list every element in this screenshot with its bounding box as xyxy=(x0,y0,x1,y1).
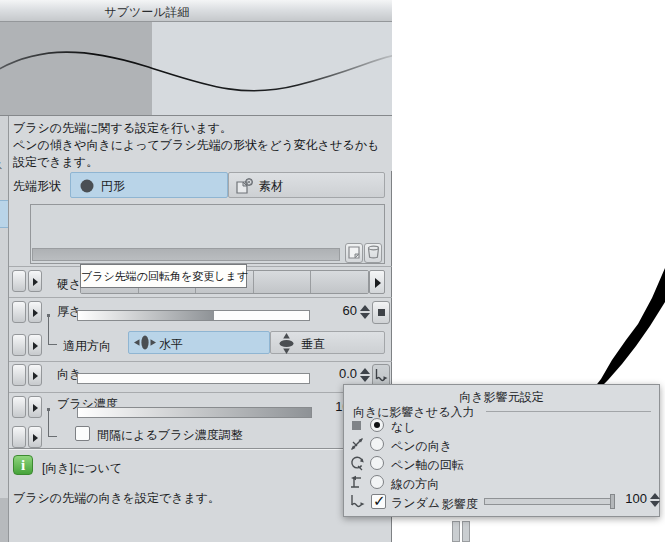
apply-direction-expand-button[interactable] xyxy=(28,334,42,356)
description-text: ブラシの先端に関する設定を行います。 ペンの傾きや向きによってブラシ先端の形状を… xyxy=(13,120,387,171)
hardness-expand-button[interactable] xyxy=(28,270,42,292)
tip-shape-material-label: 素材 xyxy=(259,178,283,195)
pen-rotation-icon xyxy=(349,455,365,471)
chevron-right-icon xyxy=(33,404,38,412)
influence-slider[interactable] xyxy=(484,498,614,505)
apply-direction-indicator-button[interactable] xyxy=(12,334,26,356)
window-fragment-bar xyxy=(462,521,470,542)
density-spacing-label: 間隔によるブラシ濃度調整 xyxy=(97,427,243,444)
thickness-slider[interactable] xyxy=(77,310,310,321)
thickness-value: 60 xyxy=(307,303,357,318)
hardness-segment[interactable] xyxy=(254,271,312,293)
chevron-right-icon xyxy=(33,278,38,286)
tip-shape-material-button[interactable]: 素材 xyxy=(228,172,385,198)
divider xyxy=(9,297,392,298)
down-arrow-icon xyxy=(650,501,660,507)
thickness-expand-button[interactable] xyxy=(28,301,42,323)
dialog-titlebar[interactable]: サブツール詳細 xyxy=(0,0,392,22)
tip-shape-label: 先端形状 xyxy=(13,178,61,195)
material-list-scrollbar[interactable] xyxy=(32,248,340,261)
divider xyxy=(9,361,392,362)
down-arrow-icon xyxy=(360,313,370,319)
description-bar: ブラシの先端に関する設定を行います。 ペンの傾きや向きによってブラシ先端の形状を… xyxy=(9,116,392,171)
apply-direction-horizontal-button[interactable]: 水平 xyxy=(128,331,270,354)
window-fragment-bar xyxy=(452,521,460,542)
direction-stepper[interactable] xyxy=(359,366,370,384)
popup-option-random-label: ランダム xyxy=(391,495,440,512)
apply-direction-horizontal-label: 水平 xyxy=(159,336,183,353)
add-material-button[interactable] xyxy=(345,243,363,263)
apply-direction-label: 適用方向 xyxy=(63,338,111,355)
pen-direction-icon xyxy=(349,436,365,452)
chevron-right-icon xyxy=(33,309,38,317)
hardness-next-button[interactable] xyxy=(369,270,385,294)
tooltip: ブラシ先端の回転角を変更します xyxy=(80,264,247,288)
up-arrow-icon xyxy=(360,368,370,374)
density-spacing-indicator-button[interactable] xyxy=(12,426,26,448)
tip-shape-circle-button[interactable]: 円形 xyxy=(70,172,228,198)
thickness-influence-button[interactable] xyxy=(372,301,390,324)
hardness-indicator-button[interactable] xyxy=(12,270,26,292)
density-slider-fill xyxy=(78,408,311,417)
down-arrow-icon xyxy=(360,376,370,382)
none-square-icon xyxy=(352,421,361,430)
direction-influence-popup: 向き影響元設定 向きに影響させる入力 なし ペンの向き ペン軸の回転 xyxy=(343,384,660,517)
divider xyxy=(9,392,392,393)
info-icon: i xyxy=(13,455,33,475)
horizontal-stretch-icon xyxy=(134,335,156,350)
material-icon xyxy=(235,177,255,195)
random-icon xyxy=(374,368,388,383)
chevron-right-icon xyxy=(33,434,38,442)
info-body: ブラシの先端の向きを設定できます。 xyxy=(13,490,220,507)
canvas-brush-stroke xyxy=(560,240,665,400)
popup-option-none-radio[interactable] xyxy=(370,418,384,432)
density-expand-button[interactable] xyxy=(28,396,42,418)
direction-slider[interactable] xyxy=(77,373,310,384)
density-indicator-button[interactable] xyxy=(12,396,26,418)
new-page-icon xyxy=(348,246,360,259)
popup-option-pen-direction-label: ペンの向き xyxy=(391,438,452,455)
description-line2: ペンの傾きや向きによってブラシ先端の形状をどう変化させるかも設定できます。 xyxy=(13,138,379,169)
dialog-title: サブツール詳細 xyxy=(55,4,239,21)
up-arrow-icon xyxy=(650,493,660,499)
chevron-right-icon xyxy=(375,278,381,288)
popup-option-pen-direction-radio[interactable] xyxy=(370,437,384,451)
influence-stepper[interactable] xyxy=(649,491,660,509)
tree-line xyxy=(48,344,57,345)
description-line1: ブラシの先端に関する設定を行います。 xyxy=(13,121,232,135)
tip-shape-circle-label: 円形 xyxy=(101,178,125,195)
hardness-segment[interactable] xyxy=(311,271,368,293)
popup-option-line-direction-label: 線の方向 xyxy=(391,476,439,493)
circle-icon xyxy=(80,179,94,193)
influence-label: 影響度 xyxy=(442,496,478,513)
popup-option-random-checkbox[interactable]: ✓ xyxy=(371,494,386,509)
preview-curve xyxy=(0,22,392,116)
apply-direction-vertical-label: 垂直 xyxy=(301,336,325,353)
window-fragment xyxy=(452,521,472,542)
trash-icon xyxy=(367,245,380,259)
direction-expand-button[interactable] xyxy=(28,364,42,386)
none-square-icon xyxy=(378,309,385,316)
popup-option-line-direction-radio[interactable] xyxy=(370,475,384,489)
popup-option-none-label: なし xyxy=(391,419,416,436)
up-arrow-icon xyxy=(360,305,370,311)
apply-direction-vertical-button[interactable]: 垂直 xyxy=(270,331,385,354)
popup-option-pen-rotation-radio[interactable] xyxy=(370,456,384,470)
category-list-fragment[interactable]: ス xyxy=(0,116,9,542)
density-spacing-checkbox[interactable] xyxy=(75,426,90,441)
screen: サブツール詳細 ブラシの先端に関する設定を行います。 xyxy=(0,0,665,542)
subtool-detail-dialog: サブツール詳細 ブラシの先端に関する設定を行います。 xyxy=(0,0,392,542)
category-selected-fragment[interactable] xyxy=(0,200,9,228)
direction-indicator-button[interactable] xyxy=(12,364,26,386)
delete-material-button[interactable] xyxy=(364,243,382,263)
direction-value: 0.0 xyxy=(307,366,357,381)
thickness-slider-fill xyxy=(78,311,214,320)
stroke-preview xyxy=(0,22,392,116)
density-spacing-expand-button[interactable] xyxy=(28,426,42,448)
tree-line xyxy=(48,411,49,437)
thickness-indicator-button[interactable] xyxy=(12,301,26,323)
density-slider[interactable] xyxy=(77,407,312,418)
line-direction-icon xyxy=(349,474,365,490)
thickness-stepper[interactable] xyxy=(359,303,370,321)
category-text-fragment: ス xyxy=(0,158,3,173)
